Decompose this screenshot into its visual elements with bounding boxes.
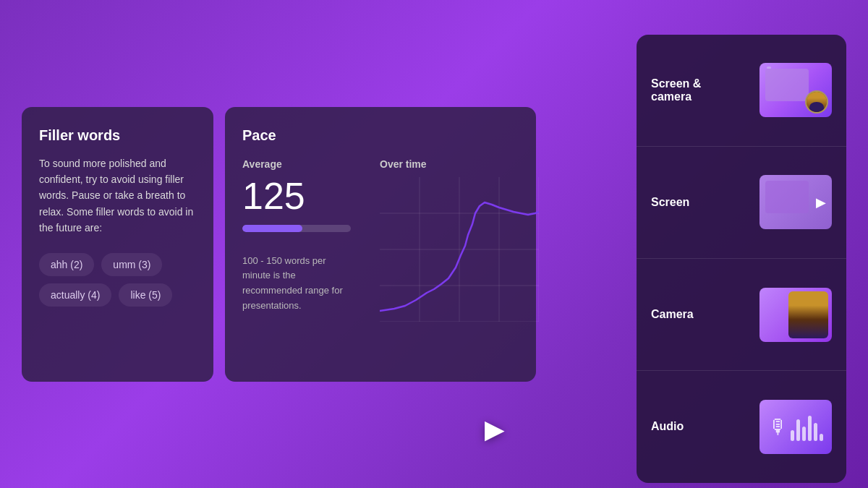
thumb-audio-bg: 🎙 bbox=[760, 400, 832, 454]
pace-average-label: Average bbox=[242, 158, 358, 170]
thumb-screen-bg: ▶ bbox=[760, 175, 832, 229]
pace-bar-fill bbox=[242, 225, 302, 232]
chart-svg bbox=[380, 177, 539, 322]
panel-thumbnail-screen: ▶ bbox=[760, 175, 832, 229]
thumb-screen-window bbox=[765, 181, 809, 213]
audio-bar bbox=[808, 416, 812, 441]
audio-bar bbox=[802, 427, 806, 441]
thumb-avatar-icon bbox=[805, 90, 828, 114]
filler-tag[interactable]: ahh (2) bbox=[39, 253, 94, 276]
pace-title: Pace bbox=[242, 127, 519, 144]
panel-item-label-camera: Camera bbox=[651, 308, 760, 321]
pace-chart bbox=[380, 177, 539, 322]
thumb-avatar-large bbox=[788, 291, 828, 338]
pace-card: Pace Average 125 100 - 150 words per min… bbox=[225, 107, 536, 382]
audio-bars bbox=[791, 412, 823, 441]
filler-tag[interactable]: umm (3) bbox=[101, 253, 162, 276]
pace-content: Average 125 100 - 150 words per minute i… bbox=[242, 158, 519, 322]
pace-right: Over time bbox=[380, 158, 539, 322]
avatar-face bbox=[807, 92, 827, 112]
pace-left: Average 125 100 - 150 words per minute i… bbox=[242, 158, 358, 314]
audio-bar bbox=[796, 419, 800, 441]
cursor-icon: ▶ bbox=[816, 194, 826, 210]
filler-tag[interactable]: like (5) bbox=[119, 283, 172, 307]
filler-words-title: Filler words bbox=[39, 127, 196, 144]
over-time-label: Over time bbox=[380, 158, 539, 170]
panel-thumbnail-screen-camera bbox=[760, 63, 832, 117]
panel-item-label-screen: Screen bbox=[651, 196, 760, 209]
thumb-screen-camera-bg bbox=[760, 63, 832, 117]
filler-words-description: To sound more polished and confident, tr… bbox=[39, 155, 196, 236]
pace-average-value: 125 bbox=[242, 177, 358, 215]
audio-bar bbox=[814, 423, 817, 441]
microphone-icon: 🎙 bbox=[768, 415, 788, 439]
avatar-body bbox=[809, 102, 824, 112]
filler-tags-container: ahh (2) umm (3) actually (4) like (5) bbox=[39, 253, 196, 307]
panel-item-screen-camera[interactable]: Screen &camera bbox=[637, 35, 846, 147]
thumb-window-icon bbox=[765, 69, 809, 101]
main-layout: Filler words To sound more polished and … bbox=[22, 20, 846, 468]
panel-item-screen[interactable]: Screen ▶ bbox=[637, 147, 846, 259]
audio-bar bbox=[791, 430, 794, 441]
pace-note: 100 - 150 words per minute is the recomm… bbox=[242, 254, 351, 314]
audio-bar bbox=[820, 434, 823, 441]
panel-thumbnail-audio: 🎙 bbox=[760, 400, 832, 454]
filler-tag[interactable]: actually (4) bbox=[39, 283, 111, 307]
panel-thumbnail-camera bbox=[760, 288, 832, 342]
pace-bar-container bbox=[242, 225, 351, 232]
panel-item-camera[interactable]: Camera bbox=[637, 259, 846, 371]
panel-item-label-screen-camera: Screen &camera bbox=[651, 77, 760, 103]
thumb-camera-bg bbox=[760, 288, 832, 342]
right-panel: Screen &camera Screen ▶ bbox=[637, 35, 846, 483]
panel-item-label-audio: Audio bbox=[651, 420, 760, 433]
filler-words-card: Filler words To sound more polished and … bbox=[22, 107, 213, 382]
cards-area: Filler words To sound more polished and … bbox=[22, 35, 622, 454]
panel-item-audio[interactable]: Audio 🎙 bbox=[637, 371, 846, 482]
